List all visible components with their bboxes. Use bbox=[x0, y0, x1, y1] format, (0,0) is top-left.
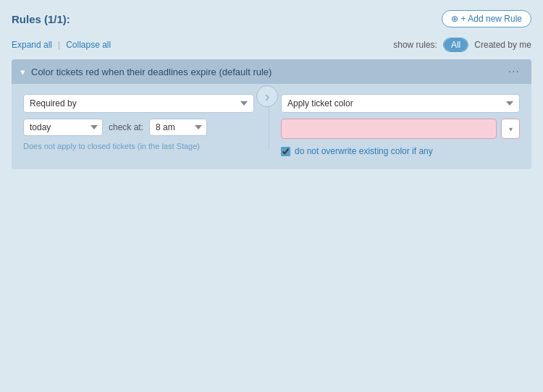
rule-header: ▾ Color tickets red when their deadlines… bbox=[12, 59, 531, 84]
note-text: Does not apply to closed tickets (in the… bbox=[23, 142, 254, 150]
time-select[interactable]: 8 am bbox=[149, 119, 207, 136]
show-rules-label: show rules: bbox=[393, 40, 437, 50]
toggle-all-button[interactable]: All bbox=[444, 38, 468, 51]
action-dropdown[interactable]: Apply ticket color bbox=[281, 94, 520, 113]
dots-icon: ··· bbox=[508, 65, 520, 77]
checkbox-row: do not overwrite existing color if any bbox=[281, 146, 520, 156]
right-panel: Apply ticket color ▾ do not overwrite ex… bbox=[269, 94, 520, 156]
show-rules-row: show rules: All Created by me bbox=[393, 38, 531, 52]
created-by-me-label[interactable]: Created by me bbox=[474, 40, 531, 50]
rule-title: Color tickets red when their deadlines e… bbox=[31, 67, 500, 77]
add-rule-button[interactable]: ⊕ + Add new Rule bbox=[442, 10, 531, 27]
chevron-down-icon[interactable]: ▾ bbox=[20, 67, 25, 77]
expand-collapse-group: Expand all | Collapse all bbox=[12, 40, 111, 50]
color-dropdown-button[interactable]: ▾ bbox=[501, 119, 520, 139]
condition-dropdown[interactable]: Required by bbox=[23, 94, 254, 113]
date-select[interactable]: today bbox=[23, 119, 103, 136]
overwrite-label: do not overwrite existing color if any bbox=[295, 146, 433, 156]
rule-menu-button[interactable]: ··· bbox=[505, 65, 523, 78]
left-panel: Required by today check at: 8 am Does no… bbox=[23, 94, 269, 150]
date-row: today check at: 8 am bbox=[23, 119, 254, 136]
page-title: Rules (1/1): bbox=[12, 13, 70, 25]
color-preview[interactable] bbox=[281, 119, 497, 139]
divider: | bbox=[58, 40, 60, 50]
page-container: Rules (1/1): ⊕ + Add new Rule Expand all… bbox=[0, 0, 543, 392]
plus-icon: ⊕ bbox=[451, 14, 458, 24]
color-row: ▾ bbox=[281, 119, 520, 139]
check-at-label: check at: bbox=[109, 122, 143, 132]
expand-all-link[interactable]: Expand all bbox=[12, 40, 52, 50]
collapse-all-link[interactable]: Collapse all bbox=[66, 40, 111, 50]
rule-body: Required by today check at: 8 am Does no… bbox=[12, 84, 531, 169]
rule-card: ▾ Color tickets red when their deadlines… bbox=[12, 59, 531, 169]
chevron-down-icon: ▾ bbox=[509, 125, 513, 133]
overwrite-checkbox[interactable] bbox=[281, 147, 290, 156]
toggle-group: All bbox=[443, 38, 468, 52]
header-row: Rules (1/1): ⊕ + Add new Rule bbox=[12, 10, 531, 27]
toolbar-row: Expand all | Collapse all show rules: Al… bbox=[12, 38, 531, 52]
